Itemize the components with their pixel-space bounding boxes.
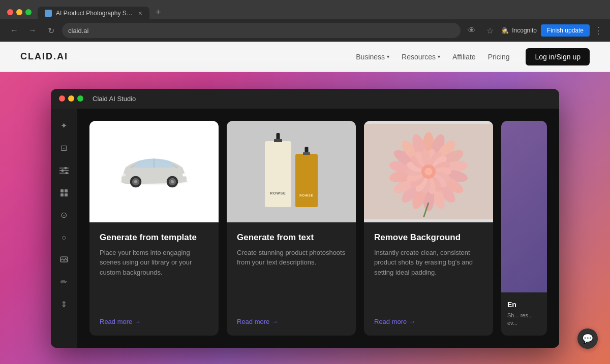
app-traffic-lights xyxy=(59,95,83,102)
image-edit-icon[interactable] xyxy=(55,251,73,269)
finish-update-button[interactable]: Finish update xyxy=(541,24,590,37)
app-window: Claid AI Studio ✦ ⊡ xyxy=(51,89,559,348)
card-desc-text: Create stunning product photoshoots from… xyxy=(237,248,346,311)
website: CLAID.AI Business ▾ Resources ▾ Affiliat… xyxy=(0,42,610,364)
card-desc-template: Place your items into engaging scenes us… xyxy=(100,248,208,311)
partial-card-title: En xyxy=(507,301,541,309)
svg-point-15 xyxy=(134,180,137,183)
forward-button[interactable]: → xyxy=(25,23,40,38)
card-enhance-partial: En Sh... res... ev... xyxy=(501,121,547,336)
nav-links: Business ▾ Resources ▾ Affiliate Pricing… xyxy=(356,48,590,65)
main-content: Generate from template Place your items … xyxy=(77,109,559,348)
new-tab-button[interactable]: + xyxy=(151,5,165,20)
chat-icon: 💬 xyxy=(582,333,593,344)
svg-point-3 xyxy=(64,167,67,170)
partial-card-desc: Sh... res... ev... xyxy=(507,312,541,327)
read-more-remove-bg[interactable]: Read more → xyxy=(374,318,483,325)
card-title-text: Generate from text xyxy=(237,233,346,243)
maximize-window-button[interactable] xyxy=(25,9,32,15)
chevron-down-icon: ▾ xyxy=(387,54,389,59)
svg-point-18 xyxy=(171,180,174,183)
nav-affiliate[interactable]: Affiliate xyxy=(452,53,476,61)
svg-point-4 xyxy=(61,169,64,172)
close-tab-button[interactable]: × xyxy=(138,10,142,17)
site-navigation: CLAID.AI Business ▾ Resources ▾ Affiliat… xyxy=(0,42,610,72)
card-image-car xyxy=(89,121,219,222)
window-traffic-lights xyxy=(7,9,32,15)
minimize-window-button[interactable] xyxy=(16,9,22,15)
tab-title: AI Product Photography Suite... xyxy=(56,10,134,17)
svg-point-20 xyxy=(121,173,126,176)
nav-pricing[interactable]: Pricing xyxy=(488,53,510,61)
card-image-partial xyxy=(501,121,547,292)
svg-rect-9 xyxy=(65,193,68,196)
card-remove-bg: Remove Background Instantly create clean… xyxy=(364,121,493,336)
crop-icon[interactable]: ⊡ xyxy=(55,139,73,157)
read-more-text[interactable]: Read more → xyxy=(237,318,346,325)
refresh-button[interactable]: ↻ xyxy=(44,23,58,38)
card-content-template: Generate from template Place your items … xyxy=(89,222,219,336)
browser-titlebar: AI Product Photography Suite... × + xyxy=(0,0,610,19)
app-sidebar: ✦ ⊡ xyxy=(51,109,77,348)
url-text: claid.ai xyxy=(68,27,88,35)
app-maximize-button[interactable] xyxy=(77,95,83,102)
card-desc-remove-bg: Instantly create clean, consistent produ… xyxy=(374,248,483,311)
app-area: Claid AI Studio ✦ ⊡ xyxy=(0,72,610,364)
chat-bubble-button[interactable]: 💬 xyxy=(577,328,598,349)
wand-icon[interactable]: ✦ xyxy=(55,117,73,135)
svg-rect-7 xyxy=(65,189,68,192)
read-more-template[interactable]: Read more → xyxy=(100,318,208,325)
grid-icon[interactable] xyxy=(55,184,73,202)
perfume-bottles: ROWSE ROWSE xyxy=(265,136,318,207)
tab-favicon xyxy=(45,10,52,17)
nav-business[interactable]: Business ▾ xyxy=(356,53,389,61)
toolbar-right: 👁 ☆ 🕵 Incognito Finish update ⋮ xyxy=(465,23,603,38)
browser-more-button[interactable]: ⋮ xyxy=(594,25,603,36)
app-titlebar: Claid AI Studio xyxy=(51,89,559,109)
card-image-perfume: ROWSE ROWSE xyxy=(227,121,356,222)
login-button[interactable]: Log in/Sign up xyxy=(526,48,590,65)
chevron-down-icon: ▾ xyxy=(438,54,440,59)
address-bar[interactable]: claid.ai xyxy=(62,23,461,38)
privacy-icon[interactable]: 👁 xyxy=(465,23,479,38)
card-content-text: Generate from text Create stunning produ… xyxy=(227,222,356,336)
close-window-button[interactable] xyxy=(7,9,13,15)
incognito-badge: 🕵 Incognito xyxy=(501,27,537,34)
nav-resources[interactable]: Resources ▾ xyxy=(402,53,440,61)
browser-chrome: AI Product Photography Suite... × + ← → … xyxy=(0,0,610,42)
tab-bar: AI Product Photography Suite... × + xyxy=(38,5,501,20)
incognito-label: Incognito xyxy=(512,27,537,34)
pen-icon[interactable]: ✏ xyxy=(55,273,73,291)
layers-icon[interactable]: ⇕ xyxy=(55,295,73,314)
card-generate-template: Generate from template Place your items … xyxy=(89,121,219,336)
incognito-icon: 🕵 xyxy=(501,27,509,34)
svg-rect-6 xyxy=(60,189,64,192)
card-title-template: Generate from template xyxy=(100,233,208,243)
browser-toolbar: ← → ↻ claid.ai 👁 ☆ 🕵 Incognito Finish up… xyxy=(0,19,610,42)
card-content-partial: En Sh... res... ev... xyxy=(501,292,547,336)
app-minimize-button[interactable] xyxy=(68,95,74,102)
active-tab[interactable]: AI Product Photography Suite... × xyxy=(38,7,149,20)
brightness-icon[interactable]: ⊙ xyxy=(55,206,73,224)
sliders-icon[interactable] xyxy=(55,161,73,180)
back-button[interactable]: ← xyxy=(7,23,21,38)
svg-point-5 xyxy=(65,172,68,174)
svg-point-59 xyxy=(424,168,432,175)
card-title-remove-bg: Remove Background xyxy=(374,233,483,243)
site-logo[interactable]: CLAID.AI xyxy=(20,51,68,62)
app-title: Claid AI Studio xyxy=(93,95,136,103)
svg-rect-8 xyxy=(60,193,64,196)
card-content-remove-bg: Remove Background Instantly create clean… xyxy=(364,222,493,336)
card-generate-text: ROWSE ROWSE Generate xyxy=(227,121,356,336)
card-image-flower xyxy=(364,121,493,222)
app-close-button[interactable] xyxy=(59,95,65,102)
bookmark-icon[interactable]: ☆ xyxy=(483,23,497,38)
app-body: ✦ ⊡ xyxy=(51,109,559,348)
circle-icon[interactable]: ○ xyxy=(55,228,73,247)
svg-point-19 xyxy=(182,173,187,176)
